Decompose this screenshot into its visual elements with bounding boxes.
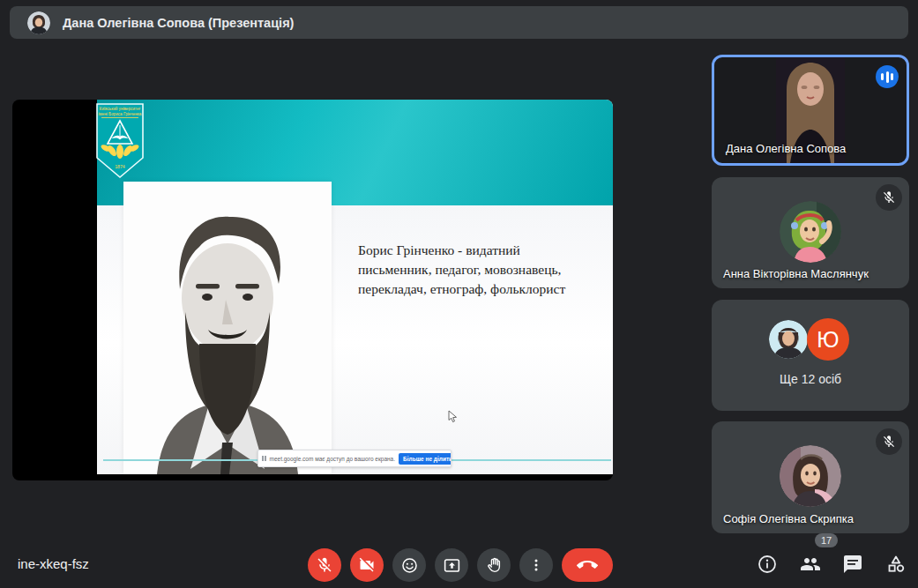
participant-tile-overflow[interactable]: Ю Ще 12 осіб xyxy=(712,300,909,411)
more-options-button[interactable] xyxy=(519,548,553,582)
mic-off-icon xyxy=(876,184,902,211)
screen-share-notice: meet.google.com має доступ до вашого екр… xyxy=(257,450,452,467)
slide-title: Борис Грінченко - видатний письменник, п… xyxy=(358,241,601,299)
mic-off-button[interactable] xyxy=(308,548,341,582)
stop-sharing-button: Більше не ділитися xyxy=(399,453,452,465)
avatar-anna xyxy=(780,201,841,263)
overflow-avatars: Ю xyxy=(769,318,852,361)
presenter-name: Дана Олегівна Сопова (Презентація) xyxy=(63,16,294,30)
avatar-sofiia xyxy=(780,445,841,507)
participant-count-badge: 17 xyxy=(815,533,838,547)
participant-tile-dana[interactable]: Дана Олегівна Сопова xyxy=(712,55,909,166)
participant-name: Анна Вікторівна Маслянчук xyxy=(723,267,869,280)
meeting-code: ine-xkeq-fsz xyxy=(18,556,89,571)
activities-button[interactable] xyxy=(885,554,907,575)
shared-slide: Київський університет імені Бориса Грінч… xyxy=(97,100,613,474)
audio-activity-icon xyxy=(876,65,899,88)
meet-window: Дана Олегівна Сопова (Презентація) Київс… xyxy=(0,0,918,588)
participant-name: Дана Олегівна Сопова xyxy=(726,142,846,155)
presenter-banner[interactable]: Дана Олегівна Сопова (Презентація) xyxy=(10,6,908,39)
participant-tile-anna[interactable]: Анна Вікторівна Маслянчук xyxy=(712,177,909,288)
share-notice-message: meet.google.com має доступ до вашого екр… xyxy=(270,456,396,462)
participant-tile-sofiia[interactable]: Софія Олегівна Скрипка xyxy=(712,421,909,533)
participant-name: Софія Олегівна Скрипка xyxy=(723,512,854,525)
mouse-cursor xyxy=(448,410,458,427)
info-button[interactable] xyxy=(757,554,778,575)
meeting-panel-buttons xyxy=(757,554,907,575)
presenter-avatar xyxy=(27,11,50,34)
call-controls xyxy=(308,548,613,582)
presentation-tile[interactable]: Київський університет імені Бориса Грінч… xyxy=(12,100,613,480)
present-screen-button[interactable] xyxy=(435,548,468,582)
chat-button[interactable] xyxy=(842,554,863,575)
more-participants-label: Ще 12 осіб xyxy=(712,372,909,386)
end-call-button[interactable] xyxy=(562,548,613,582)
svg-text:Київський університет: Київський університет xyxy=(100,106,142,111)
mic-off-icon xyxy=(876,428,902,455)
avatar-photo xyxy=(769,320,808,359)
avatar-initial: Ю xyxy=(807,318,849,361)
raise-hand-button[interactable] xyxy=(477,548,511,582)
svg-text:імені Бориса Грінченка: імені Бориса Грінченка xyxy=(99,112,142,116)
university-logo: Київський університет імені Бориса Грінч… xyxy=(95,102,145,180)
reactions-button[interactable] xyxy=(392,548,426,582)
camera-off-button[interactable] xyxy=(350,548,384,582)
svg-text:1874: 1874 xyxy=(115,164,125,169)
pause-icon xyxy=(262,456,266,461)
portrait-borys-hrinchenko xyxy=(123,182,332,474)
people-button[interactable] xyxy=(800,554,821,575)
